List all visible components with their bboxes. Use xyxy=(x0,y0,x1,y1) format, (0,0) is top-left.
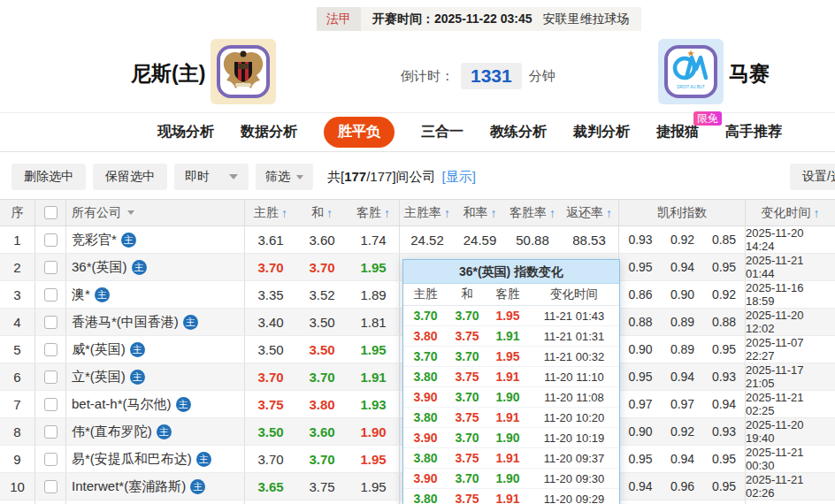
col-draw-odds[interactable]: 和↑ xyxy=(296,200,348,225)
company-cell[interactable]: 易*(安提瓜和巴布达)主 xyxy=(66,446,245,472)
empty-cell xyxy=(703,500,746,504)
company-cell[interactable]: bet-at-h*(马尔他)主 xyxy=(66,391,245,417)
company-name: 澳* xyxy=(72,286,90,303)
tab-三合一[interactable]: 三合一 xyxy=(421,123,463,141)
row-checkbox[interactable] xyxy=(44,480,57,493)
company-cell[interactable]: 立*(英国)主 xyxy=(66,363,245,390)
row-index: 7 xyxy=(0,391,35,417)
row-checkbox[interactable] xyxy=(44,370,57,384)
change-time: 2025-11-21 02:25 xyxy=(746,391,835,417)
row-checkbox[interactable] xyxy=(44,343,57,356)
kelly-value: 0.95 xyxy=(703,254,746,280)
away-team-name: 马赛 xyxy=(729,60,770,88)
row-checkbox[interactable] xyxy=(44,261,57,274)
popup-away-odds: 1.91 xyxy=(486,448,529,468)
tab-现场分析[interactable]: 现场分析 xyxy=(157,123,214,141)
row-checkbox[interactable] xyxy=(44,425,57,439)
company-cell[interactable]: 伟*(直布罗陀)主 xyxy=(66,418,245,445)
kelly-value: 0.89 xyxy=(662,336,703,363)
odds-value: 1.74 xyxy=(348,226,400,253)
odds-value: 3.70 xyxy=(245,254,296,280)
col-home-odds[interactable]: 主胜↑ xyxy=(245,200,296,225)
company-cell[interactable]: 36*(英国)主 xyxy=(66,254,245,280)
show-link[interactable]: [显示] xyxy=(442,169,476,186)
col-home-rate[interactable]: 主胜率↑ xyxy=(400,200,455,225)
col-company[interactable]: 所有公司 xyxy=(66,200,245,225)
tab-捷报猫[interactable]: 捷报猫限免 xyxy=(656,123,699,141)
tab-数据分析[interactable]: 数据分析 xyxy=(241,123,297,141)
company-name: 立*(英国) xyxy=(72,369,126,386)
popup-away-odds: 1.91 xyxy=(486,408,529,427)
row-checkbox[interactable] xyxy=(44,453,57,466)
col-away-rate[interactable]: 客胜率↑ xyxy=(505,200,560,225)
tab-裁判分析[interactable]: 裁判分析 xyxy=(573,123,630,141)
home-badge-icon: 主 xyxy=(196,452,211,467)
odds-value: 3.50 xyxy=(245,336,296,363)
popup-change-time: 11-21 00:32 xyxy=(529,347,619,366)
company-cell[interactable]: Interwet*(塞浦路斯)主 xyxy=(66,473,245,500)
time-filter-dropdown[interactable]: 即时 xyxy=(174,164,249,190)
kelly-value: 0.97 xyxy=(662,391,703,417)
kelly-value: 0.97 xyxy=(619,391,662,417)
select-all-checkbox[interactable] xyxy=(44,206,57,219)
kelly-value: 0.93 xyxy=(619,226,662,253)
popup-home-odds: 3.90 xyxy=(403,387,448,407)
row-checkbox[interactable] xyxy=(44,288,57,302)
filter-dropdown[interactable]: 筛选 xyxy=(256,164,313,190)
company-cell[interactable]: 澳*主 xyxy=(66,281,245,308)
kelly-value: 0.95 xyxy=(703,336,746,363)
league-badge[interactable]: 法甲 xyxy=(317,7,361,31)
row-checkbox[interactable] xyxy=(44,233,57,247)
popup-draw-odds: 3.70 xyxy=(448,347,486,366)
tab-label: 现场分析 xyxy=(157,124,214,139)
delete-selected-button[interactable]: 删除选中 xyxy=(11,164,86,190)
popup-away-odds: 1.90 xyxy=(486,469,529,488)
kelly-value: 0.95 xyxy=(619,254,662,280)
popup-home-odds: 3.70 xyxy=(403,347,448,366)
tab-label: 高手推荐 xyxy=(725,124,782,139)
odds-value: 3.60 xyxy=(296,418,348,445)
col-kelly: 凯利指数 xyxy=(619,200,746,225)
odds-table-header: 序 所有公司 主胜↑ 和↑ 客胜↑ 主胜率↑ 和率↑ 客胜率↑ 返还率↑ 凯利指… xyxy=(0,199,835,226)
countdown: 倒计时： 1331 分钟 xyxy=(401,63,555,89)
company-name: 威*(英国) xyxy=(72,341,126,358)
tab-教练分析[interactable]: 教练分析 xyxy=(490,123,547,141)
empty-cell xyxy=(662,500,703,504)
kelly-value: 0.95 xyxy=(619,446,662,472)
company-cell[interactable]: 香港马*(中国香港)主 xyxy=(66,309,245,335)
tab-label: 胜平负 xyxy=(338,124,380,139)
popup-home-odds: 3.80 xyxy=(403,326,448,346)
home-badge-icon: 主 xyxy=(130,342,145,357)
popup-row: 3.903.701.9011-20 09:30 xyxy=(403,469,619,489)
row-checkbox[interactable] xyxy=(44,398,57,411)
company-name: bet-at-h*(马尔他) xyxy=(72,396,172,413)
empty-cell xyxy=(0,500,35,504)
odds-value: 3.70 xyxy=(296,363,348,390)
odds-value: 3.65 xyxy=(245,473,296,500)
col-change-time[interactable]: 变化时间↑ xyxy=(746,200,835,225)
filter-label: 筛选 xyxy=(265,169,290,185)
col-index: 序 xyxy=(0,200,35,225)
col-draw-rate[interactable]: 和率↑ xyxy=(455,200,505,225)
tab-胜平负[interactable]: 胜平负 xyxy=(324,117,395,148)
kelly-value: 0.94 xyxy=(662,363,703,390)
keep-selected-button[interactable]: 保留选中 xyxy=(93,164,167,190)
table-row: 1竞彩官*主3.613.601.7424.5224.5950.8888.530.… xyxy=(0,226,835,254)
company-count: 共[177/177]间公司 xyxy=(327,169,436,186)
odds-value: 3.40 xyxy=(245,309,296,335)
select-all-cell xyxy=(35,200,66,225)
popup-row: 3.703.701.9511-21 00:32 xyxy=(403,347,619,367)
col-away-odds[interactable]: 客胜↑ xyxy=(348,200,400,225)
settings-button[interactable]: 设置/选择 xyxy=(790,164,835,190)
kelly-value: 0.95 xyxy=(703,473,746,500)
popup-title: 36*(英国) 指数变化 xyxy=(403,260,619,284)
kelly-value: 0.96 xyxy=(662,473,703,500)
company-cell[interactable]: 威*(英国)主 xyxy=(66,336,245,363)
kelly-value: 0.92 xyxy=(662,226,703,253)
col-return-rate[interactable]: 返还率↑ xyxy=(560,200,619,225)
tab-高手推荐[interactable]: 高手推荐 xyxy=(725,123,782,141)
row-checkbox[interactable] xyxy=(44,316,57,329)
kelly-value: 0.88 xyxy=(703,309,746,335)
odds-value: 1.89 xyxy=(348,281,400,308)
company-cell[interactable]: 竞彩官*主 xyxy=(66,226,245,253)
